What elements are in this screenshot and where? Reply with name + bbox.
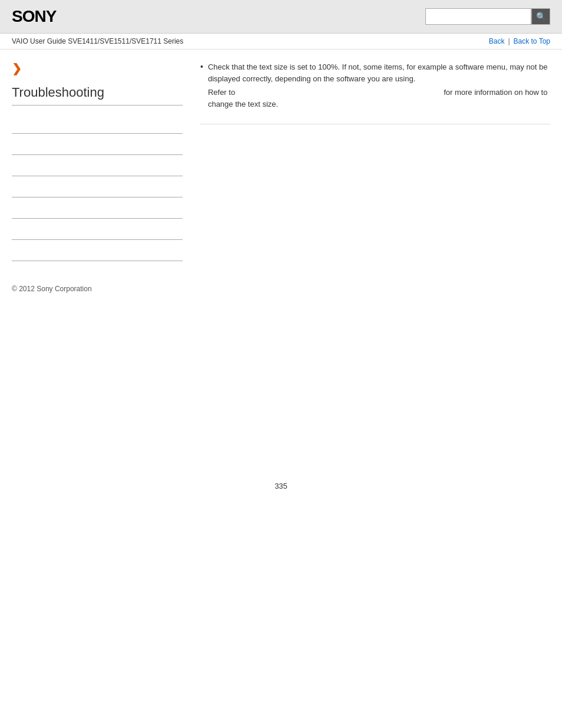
sony-logo: SONY bbox=[12, 7, 56, 26]
list-item bbox=[12, 155, 183, 176]
nav-title: VAIO User Guide SVE1411/SVE1511/SVE1711 … bbox=[12, 37, 183, 45]
back-link[interactable]: Back bbox=[489, 37, 505, 45]
copyright-text: © 2012 Sony Corporation bbox=[12, 285, 92, 293]
sidebar-link-1[interactable] bbox=[12, 119, 14, 127]
nav-separator: | bbox=[508, 37, 510, 45]
bullet-content: Check that the text size is set to 100%.… bbox=[208, 61, 550, 110]
header: SONY 🔍 bbox=[0, 0, 562, 34]
nav-bar: VAIO User Guide SVE1411/SVE1511/SVE1711 … bbox=[0, 34, 562, 50]
list-item bbox=[12, 240, 183, 261]
refer-suffix: for more information on how to change th… bbox=[208, 88, 548, 108]
search-input[interactable] bbox=[425, 8, 531, 25]
list-item bbox=[12, 219, 183, 240]
page-number-container: 335 bbox=[0, 305, 562, 502]
content-area: • Check that the text size is set to 100… bbox=[194, 61, 550, 261]
sidebar-links bbox=[12, 113, 183, 261]
sidebar-link-5[interactable] bbox=[12, 204, 14, 212]
section-title: Troubleshooting bbox=[12, 85, 183, 106]
page-number: 335 bbox=[275, 482, 287, 490]
chevron-icon: ❯ bbox=[12, 61, 183, 75]
list-item bbox=[12, 113, 183, 134]
list-item bbox=[12, 176, 183, 197]
list-item bbox=[12, 197, 183, 219]
refer-prefix: Refer to bbox=[208, 88, 235, 97]
sidebar-link-7[interactable] bbox=[12, 246, 14, 255]
search-icon: 🔍 bbox=[536, 12, 546, 21]
bullet-text: Check that the text size is set to 100%.… bbox=[208, 62, 548, 83]
sidebar-link-2[interactable] bbox=[12, 140, 14, 149]
back-to-top-link[interactable]: Back to Top bbox=[514, 37, 550, 45]
footer: © 2012 Sony Corporation bbox=[0, 273, 562, 305]
list-item bbox=[12, 134, 183, 155]
bullet-dot: • bbox=[200, 62, 203, 71]
sidebar-link-4[interactable] bbox=[12, 183, 14, 191]
main-content: ❯ Troubleshooting bbox=[0, 50, 562, 273]
search-button[interactable]: 🔍 bbox=[531, 8, 550, 25]
bullet-item: • Check that the text size is set to 100… bbox=[200, 61, 550, 110]
search-container: 🔍 bbox=[425, 8, 550, 25]
nav-links: Back | Back to Top bbox=[489, 37, 550, 45]
content-section: • Check that the text size is set to 100… bbox=[200, 61, 550, 124]
sidebar-link-3[interactable] bbox=[12, 162, 14, 170]
sidebar: ❯ Troubleshooting bbox=[12, 61, 194, 261]
refer-text: Refer to for more information on how to … bbox=[208, 87, 550, 110]
sidebar-link-6[interactable] bbox=[12, 225, 14, 233]
